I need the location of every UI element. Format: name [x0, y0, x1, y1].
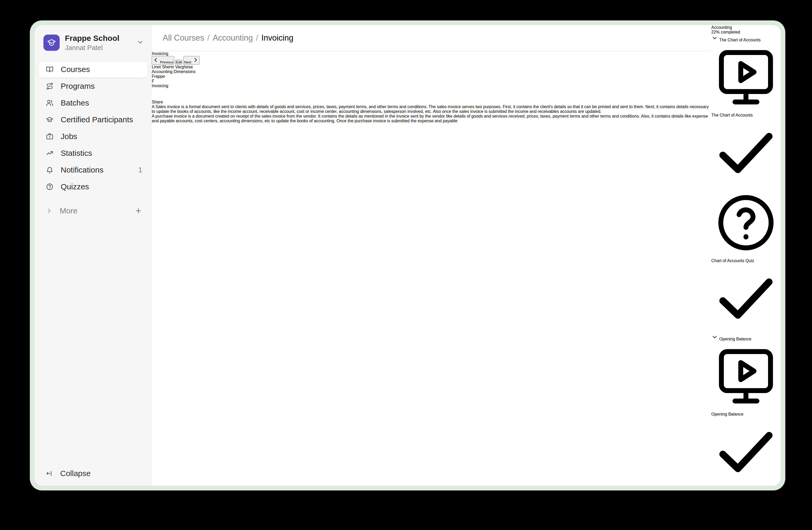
app-window: Frappe School Jannat Patel Courses [30, 20, 785, 490]
previous-button[interactable]: Previous [152, 56, 174, 65]
left-sidebar: Frappe School Jannat Patel Courses [34, 25, 152, 486]
users-icon [46, 99, 54, 107]
lesson-icon [711, 341, 781, 411]
quiz-icon [711, 188, 781, 257]
graduation-cap-icon [46, 116, 54, 124]
lesson-content: Invoicing Previous Edit Next [152, 51, 711, 123]
workspace-labels: Frappe School Jannat Patel [65, 33, 136, 52]
chevron-right-icon [192, 57, 199, 64]
frappe-school-logo [43, 34, 60, 51]
sidebar-item-label: Certified Participants [61, 115, 142, 124]
check-icon [711, 263, 781, 333]
share-label: Share [152, 100, 711, 104]
collapse-sidebar-button[interactable]: Collapse [39, 465, 147, 482]
route-icon [46, 82, 54, 90]
book-open-icon [46, 66, 54, 73]
sidebar-item-programs[interactable]: Programs [39, 78, 147, 94]
sidebar-nav: Courses Programs Batches [34, 52, 152, 219]
progress-label: 22% completed [711, 30, 781, 34]
sidebar-item-label: Statistics [61, 149, 142, 158]
collapse-icon [46, 470, 53, 477]
chevron-down-icon [711, 334, 718, 340]
sidebar-item-more[interactable]: More [39, 203, 147, 219]
breadcrumb-all-courses[interactable]: All Courses [163, 33, 204, 43]
course-outline-list: The Chart of Accounts The Chart of Accou… [711, 34, 781, 486]
check-icon [711, 117, 781, 187]
outline-section-opening-balance[interactable]: Opening Balance [711, 334, 781, 341]
graduation-cap-icon [46, 38, 57, 48]
video-player[interactable]: Accounting Dimensions Frappe F Invoicing [152, 69, 711, 104]
frappe-channel-badge[interactable]: F [152, 79, 711, 84]
collapse-label: Collapse [60, 469, 142, 478]
check-icon [711, 417, 781, 486]
lesson-paragraph: A Sales invoice is a formal document sen… [152, 104, 711, 114]
share-button[interactable]: Share [152, 88, 711, 104]
sidebar-item-notifications[interactable]: Notifications 1 [39, 162, 147, 178]
briefcase-icon [46, 132, 54, 140]
chevron-down-icon [711, 34, 718, 41]
sidebar-item-label: Quizzes [61, 182, 142, 191]
plus-icon[interactable] [134, 207, 142, 215]
breadcrumb-accounting[interactable]: Accounting [213, 33, 253, 43]
chevron-left-icon [152, 57, 159, 64]
breadcrumb: All Courses / Accounting / Invoicing [163, 33, 293, 43]
video-title[interactable]: Invoicing [152, 84, 711, 88]
slide-title: Accounting Dimensions [152, 69, 711, 74]
outline-quiz[interactable]: Chart of Accounts Quiz [711, 188, 781, 334]
course-outline-sidebar: Accounting 22% completed The Chart of Ac… [711, 25, 781, 486]
sidebar-item-jobs[interactable]: Jobs [39, 128, 147, 144]
workspace-title: Frappe School [65, 33, 136, 43]
outline-lesson[interactable]: Opening Balance [711, 341, 781, 486]
breadcrumb-current: Invoicing [261, 33, 293, 43]
sidebar-item-label: Courses [61, 65, 142, 74]
notification-count-badge: 1 [138, 166, 142, 174]
video-header: F Invoicing [152, 79, 711, 88]
chevron-right-icon [46, 207, 53, 214]
breadcrumb-separator: / [256, 33, 259, 43]
sidebar-item-statistics[interactable]: Statistics [39, 145, 147, 161]
next-button[interactable]: Next [183, 56, 199, 65]
page-title: Invoicing [152, 51, 711, 56]
sidebar-item-quizzes[interactable]: Quizzes [39, 179, 147, 195]
sidebar-item-certified-participants[interactable]: Certified Participants [39, 112, 147, 128]
lesson-paragraph: A purchase invoice is a document created… [152, 114, 711, 123]
sidebar-more-label: More [60, 206, 134, 215]
sidebar-item-label: Jobs [61, 132, 142, 141]
main-area: All Courses / Accounting / Invoicing Inv… [152, 25, 711, 486]
edit-button[interactable]: Edit [175, 60, 182, 65]
course-title: Accounting [711, 25, 781, 30]
sidebar-item-label: Notifications [61, 166, 138, 175]
bell-icon [46, 166, 54, 174]
sidebar-item-batches[interactable]: Batches [39, 95, 147, 111]
outline-section-chart-of-accounts[interactable]: The Chart of Accounts [711, 34, 781, 42]
author-name: Linet Sherin Varghese [152, 65, 711, 69]
sidebar-item-label: Programs [61, 82, 142, 90]
video-slide: Accounting Dimensions Frappe [152, 69, 711, 79]
help-circle-icon [46, 183, 54, 191]
workspace-user: Jannat Patel [65, 43, 136, 52]
app-panel: Frappe School Jannat Patel Courses [34, 25, 781, 486]
trending-up-icon [46, 149, 54, 157]
sidebar-item-courses[interactable]: Courses [39, 61, 147, 78]
lesson-icon [711, 42, 781, 112]
author-row: Linet Sherin Varghese [152, 65, 711, 69]
chevron-down-icon [136, 39, 144, 47]
breadcrumb-bar: All Courses / Accounting / Invoicing [152, 25, 711, 51]
share-arrow-icon [152, 88, 164, 99]
lesson-actions: Previous Edit Next [152, 56, 711, 65]
frappe-watermark: Frappe [152, 74, 711, 79]
course-progress-header: Accounting 22% completed [711, 25, 781, 34]
outline-lesson[interactable]: The Chart of Accounts [711, 42, 781, 188]
workspace-switcher[interactable]: Frappe School Jannat Patel [34, 25, 152, 52]
sidebar-item-label: Batches [61, 98, 142, 107]
breadcrumb-separator: / [207, 33, 210, 43]
